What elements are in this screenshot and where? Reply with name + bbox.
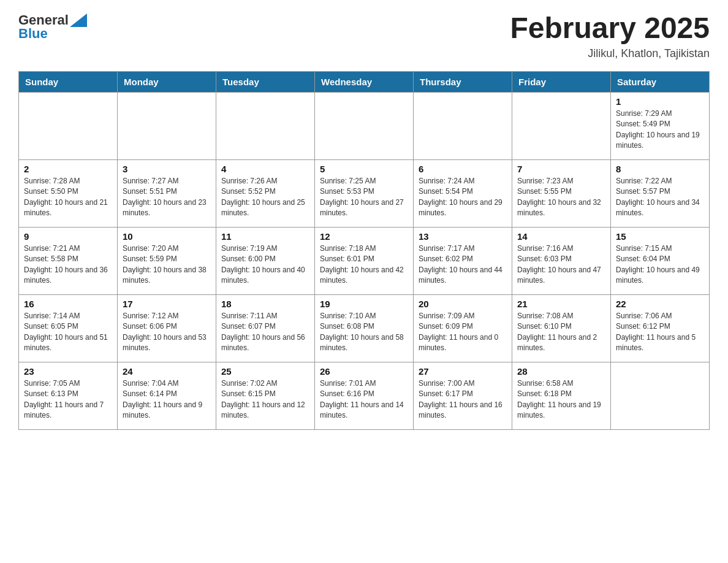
table-row: 5Sunrise: 7:25 AM Sunset: 5:53 PM Daylig… [315,159,414,227]
day-number: 20 [419,299,507,309]
page-header: General Blue February 2025 Jilikul, Khat… [18,12,710,60]
table-row: 23Sunrise: 7:05 AM Sunset: 6:13 PM Dayli… [19,362,118,429]
day-number: 8 [616,164,704,174]
table-row: 17Sunrise: 7:12 AM Sunset: 6:06 PM Dayli… [118,294,216,362]
day-number: 26 [320,366,408,377]
day-number: 5 [320,164,408,174]
day-info: Sunrise: 7:01 AM Sunset: 6:16 PM Dayligh… [320,379,404,419]
day-number: 14 [517,231,605,242]
day-info: Sunrise: 7:02 AM Sunset: 6:15 PM Dayligh… [221,379,305,419]
day-info: Sunrise: 7:20 AM Sunset: 5:59 PM Dayligh… [123,244,207,285]
day-info: Sunrise: 7:10 AM Sunset: 6:08 PM Dayligh… [320,312,404,352]
day-number: 3 [123,164,211,174]
table-row: 18Sunrise: 7:11 AM Sunset: 6:07 PM Dayli… [216,294,315,362]
day-number: 13 [419,231,507,242]
table-row: 28Sunrise: 6:58 AM Sunset: 6:18 PM Dayli… [512,362,611,429]
col-wednesday: Wednesday [315,71,414,92]
table-row: 7Sunrise: 7:23 AM Sunset: 5:55 PM Daylig… [512,159,611,227]
day-info: Sunrise: 7:23 AM Sunset: 5:55 PM Dayligh… [517,177,601,217]
table-row [611,362,710,429]
col-saturday: Saturday [611,71,710,92]
table-row: 16Sunrise: 7:14 AM Sunset: 6:05 PM Dayli… [19,294,118,362]
table-row: 3Sunrise: 7:27 AM Sunset: 5:51 PM Daylig… [118,159,216,227]
day-info: Sunrise: 7:09 AM Sunset: 6:09 PM Dayligh… [419,312,498,352]
calendar-week-row: 23Sunrise: 7:05 AM Sunset: 6:13 PM Dayli… [19,362,710,429]
day-info: Sunrise: 7:28 AM Sunset: 5:50 PM Dayligh… [24,177,108,217]
table-row: 2Sunrise: 7:28 AM Sunset: 5:50 PM Daylig… [19,159,118,227]
day-info: Sunrise: 7:08 AM Sunset: 6:10 PM Dayligh… [517,312,597,352]
calendar-week-row: 16Sunrise: 7:14 AM Sunset: 6:05 PM Dayli… [19,294,710,362]
table-row [315,92,414,159]
logo-blue-text: Blue [18,26,48,42]
day-number: 16 [24,299,112,309]
day-number: 15 [616,231,704,242]
day-number: 28 [517,366,605,377]
day-number: 22 [616,299,704,309]
table-row: 15Sunrise: 7:15 AM Sunset: 6:04 PM Dayli… [611,227,710,294]
col-sunday: Sunday [19,71,118,92]
logo: General Blue [18,12,88,42]
day-info: Sunrise: 7:14 AM Sunset: 6:05 PM Dayligh… [24,312,108,352]
table-row [118,92,216,159]
table-row: 20Sunrise: 7:09 AM Sunset: 6:09 PM Dayli… [414,294,512,362]
day-number: 24 [123,366,211,377]
table-row: 21Sunrise: 7:08 AM Sunset: 6:10 PM Dayli… [512,294,611,362]
day-number: 19 [320,299,408,309]
day-info: Sunrise: 7:17 AM Sunset: 6:02 PM Dayligh… [419,244,502,285]
table-row: 24Sunrise: 7:04 AM Sunset: 6:14 PM Dayli… [118,362,216,429]
location-subtitle: Jilikul, Khatlon, Tajikistan [510,47,710,60]
title-section: February 2025 Jilikul, Khatlon, Tajikist… [510,12,710,60]
col-tuesday: Tuesday [216,71,315,92]
day-number: 21 [517,299,605,309]
table-row [414,92,512,159]
day-number: 1 [616,96,704,107]
table-row [19,92,118,159]
day-number: 12 [320,231,408,242]
col-friday: Friday [512,71,611,92]
table-row: 25Sunrise: 7:02 AM Sunset: 6:15 PM Dayli… [216,362,315,429]
day-info: Sunrise: 6:58 AM Sunset: 6:18 PM Dayligh… [517,379,601,419]
day-number: 18 [221,299,309,309]
day-info: Sunrise: 7:25 AM Sunset: 5:53 PM Dayligh… [320,177,404,217]
month-title: February 2025 [510,12,710,45]
table-row: 12Sunrise: 7:18 AM Sunset: 6:01 PM Dayli… [315,227,414,294]
day-number: 7 [517,164,605,174]
table-row: 1Sunrise: 7:29 AM Sunset: 5:49 PM Daylig… [611,92,710,159]
day-info: Sunrise: 7:05 AM Sunset: 6:13 PM Dayligh… [24,379,104,419]
day-info: Sunrise: 7:00 AM Sunset: 6:17 PM Dayligh… [419,379,502,419]
day-number: 10 [123,231,211,242]
day-number: 27 [419,366,507,377]
table-row: 8Sunrise: 7:22 AM Sunset: 5:57 PM Daylig… [611,159,710,227]
logo-triangle-icon [70,13,87,27]
day-info: Sunrise: 7:12 AM Sunset: 6:06 PM Dayligh… [123,312,207,352]
day-info: Sunrise: 7:15 AM Sunset: 6:04 PM Dayligh… [616,244,700,285]
day-info: Sunrise: 7:11 AM Sunset: 6:07 PM Dayligh… [221,312,305,352]
table-row [512,92,611,159]
table-row: 10Sunrise: 7:20 AM Sunset: 5:59 PM Dayli… [118,227,216,294]
day-number: 11 [221,231,309,242]
day-number: 2 [24,164,112,174]
day-info: Sunrise: 7:26 AM Sunset: 5:52 PM Dayligh… [221,177,305,217]
day-info: Sunrise: 7:22 AM Sunset: 5:57 PM Dayligh… [616,177,700,217]
day-number: 9 [24,231,112,242]
calendar-week-row: 2Sunrise: 7:28 AM Sunset: 5:50 PM Daylig… [19,159,710,227]
day-info: Sunrise: 7:29 AM Sunset: 5:49 PM Dayligh… [616,109,700,150]
calendar-table: Sunday Monday Tuesday Wednesday Thursday… [18,71,710,430]
day-info: Sunrise: 7:21 AM Sunset: 5:58 PM Dayligh… [24,244,108,285]
table-row: 11Sunrise: 7:19 AM Sunset: 6:00 PM Dayli… [216,227,315,294]
calendar-week-row: 9Sunrise: 7:21 AM Sunset: 5:58 PM Daylig… [19,227,710,294]
table-row: 27Sunrise: 7:00 AM Sunset: 6:17 PM Dayli… [414,362,512,429]
table-row [216,92,315,159]
table-row: 19Sunrise: 7:10 AM Sunset: 6:08 PM Dayli… [315,294,414,362]
col-monday: Monday [118,71,216,92]
day-info: Sunrise: 7:04 AM Sunset: 6:14 PM Dayligh… [123,379,202,419]
day-number: 6 [419,164,507,174]
table-row: 22Sunrise: 7:06 AM Sunset: 6:12 PM Dayli… [611,294,710,362]
day-info: Sunrise: 7:24 AM Sunset: 5:54 PM Dayligh… [419,177,502,217]
table-row: 26Sunrise: 7:01 AM Sunset: 6:16 PM Dayli… [315,362,414,429]
svg-marker-0 [70,13,87,27]
table-row: 4Sunrise: 7:26 AM Sunset: 5:52 PM Daylig… [216,159,315,227]
day-number: 25 [221,366,309,377]
table-row: 6Sunrise: 7:24 AM Sunset: 5:54 PM Daylig… [414,159,512,227]
day-info: Sunrise: 7:06 AM Sunset: 6:12 PM Dayligh… [616,312,696,352]
